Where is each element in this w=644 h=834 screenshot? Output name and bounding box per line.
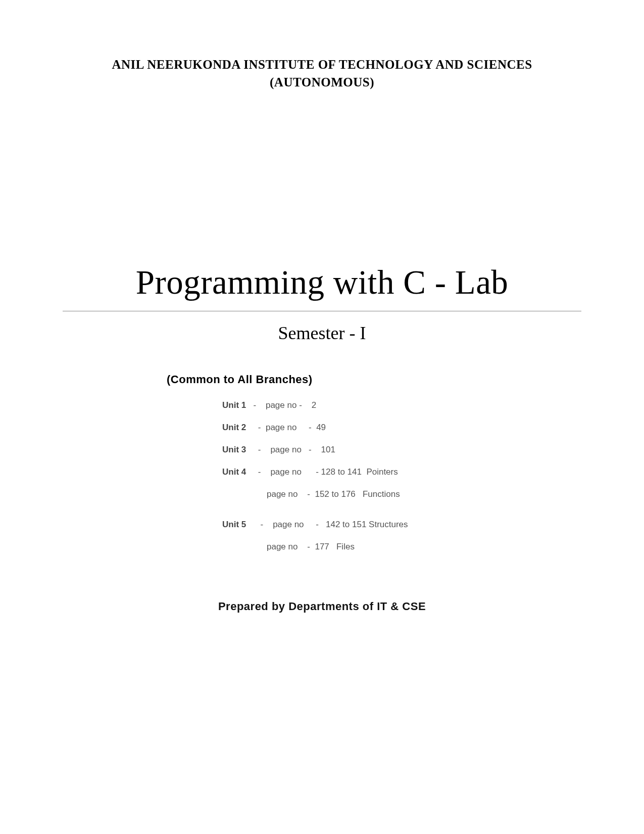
- unit-1-row: Unit 1 - page no - 2: [222, 400, 588, 410]
- unit-5-label: Unit 5: [222, 520, 246, 529]
- main-title: Programming with C - Lab: [56, 263, 588, 302]
- unit-3-label: Unit 3: [222, 445, 246, 454]
- unit-4-label: Unit 4: [222, 467, 246, 477]
- institute-line1: ANIL NEERUKONDA INSTITUTE OF TECHNOLOGY …: [56, 56, 588, 73]
- unit-5-sub: page no - 177 Files: [267, 542, 588, 552]
- units-list: Unit 1 - page no - 2 Unit 2 - page no - …: [222, 400, 588, 552]
- common-branches: (Common to All Branches): [167, 373, 588, 386]
- unit-2-text: - page no - 49: [246, 423, 326, 432]
- title-divider: [63, 311, 581, 311]
- unit-4-row: Unit 4 - page no - 128 to 141 Pointers: [222, 467, 588, 477]
- semester-label: Semester - I: [56, 322, 588, 344]
- unit-2-label: Unit 2: [222, 423, 246, 432]
- unit-5-text: - page no - 142 to 151 Structures: [246, 520, 408, 529]
- institute-line2: (AUTONOMOUS): [56, 73, 588, 91]
- institute-header: ANIL NEERUKONDA INSTITUTE OF TECHNOLOGY …: [56, 56, 588, 91]
- unit-5-row: Unit 5 - page no - 142 to 151 Structures: [222, 520, 588, 530]
- unit-4-text: - page no - 128 to 141 Pointers: [246, 467, 398, 477]
- unit-1-label: Unit 1: [222, 400, 246, 410]
- unit-3-text: - page no - 101: [246, 445, 335, 454]
- prepared-by: Prepared by Departments of IT & CSE: [56, 600, 588, 613]
- unit-2-row: Unit 2 - page no - 49: [222, 423, 588, 433]
- unit-3-row: Unit 3 - page no - 101: [222, 445, 588, 455]
- unit-1-text: - page no - 2: [246, 400, 316, 410]
- document-page: ANIL NEERUKONDA INSTITUTE OF TECHNOLOGY …: [0, 0, 644, 613]
- unit-4-sub: page no - 152 to 176 Functions: [267, 489, 588, 499]
